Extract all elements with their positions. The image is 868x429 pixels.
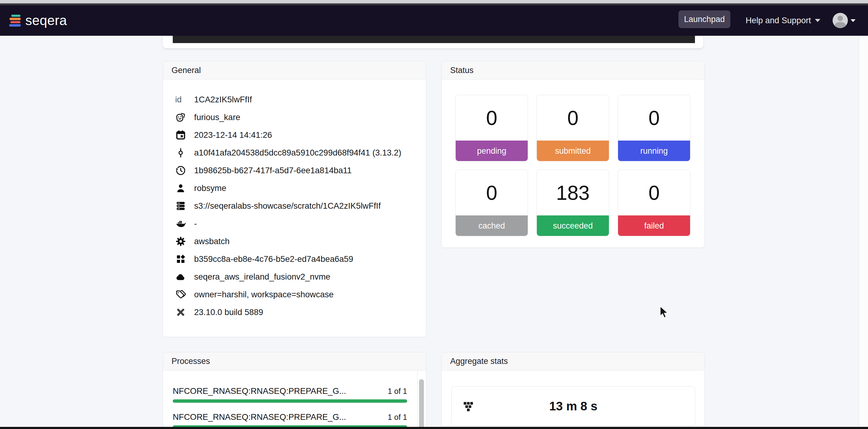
- docker-icon: [175, 218, 186, 229]
- help-and-support-label: Help and Support: [746, 16, 811, 25]
- aggregate-stats-title: Aggregate stats: [450, 356, 508, 366]
- process-progress-track: [173, 399, 407, 403]
- general-row-value: furious_kare: [194, 112, 240, 122]
- aggregate-stats-panel: Aggregate stats 13 m 8 s: [441, 352, 705, 429]
- status-tile-failed[interactable]: 0 failed: [618, 170, 690, 236]
- bottom-edge-bar: [0, 427, 868, 429]
- general-row-value: -: [194, 219, 197, 229]
- status-tile-count: 0: [456, 95, 528, 141]
- blocks-icon: [175, 254, 186, 265]
- status-tile-cached[interactable]: 0 cached: [455, 170, 528, 236]
- server-icon: [175, 200, 186, 211]
- general-row: seqera_aws_ireland_fusionv2_nvme: [175, 268, 420, 286]
- browser-top-strip: [0, 0, 868, 3]
- processes-title: Processes: [172, 356, 210, 366]
- general-row-value: s3://seqeralabs-showcase/scratch/1CA2zIK…: [194, 201, 380, 211]
- logo-text: seqera: [25, 13, 67, 28]
- cloud-icon: [175, 271, 186, 282]
- status-tile-succeeded[interactable]: 183 succeeded: [536, 170, 609, 236]
- mouse-cursor: [659, 306, 670, 321]
- page-scrollbar-track[interactable]: [859, 36, 868, 429]
- seqera-logo[interactable]: seqera: [9, 5, 67, 36]
- chevron-down-icon: [850, 19, 856, 22]
- gear-icon: [175, 236, 186, 247]
- process-task-count: 1 of 1: [388, 386, 407, 396]
- general-row-value: 1CA2zIK5lwFfIf: [194, 95, 252, 105]
- app-header: seqera Launchpad Help and Support: [0, 5, 868, 36]
- status-tile-label: failed: [618, 216, 690, 236]
- tags-icon: [175, 289, 186, 300]
- general-row-value: owner=harshil, workspace=showcase: [194, 290, 334, 299]
- general-row: furious_kare: [175, 109, 420, 126]
- general-row-value: awsbatch: [194, 236, 229, 246]
- processes-panel-header: Processes: [163, 352, 426, 371]
- status-tiles: 0 pending 0 submitted 0 running 0 cached…: [442, 80, 705, 236]
- history-icon: [175, 165, 186, 176]
- status-tile-pending[interactable]: 0 pending: [455, 95, 528, 161]
- wall-time-value: 13 m 8 s: [452, 399, 695, 413]
- general-panel: General id 1CA2zIK5lwFfIf furious_kare 2…: [163, 61, 426, 337]
- general-row-value: 23.10.0 build 5889: [194, 307, 263, 317]
- general-panel-header: General: [163, 61, 426, 80]
- general-row-value: robsyme: [194, 183, 226, 193]
- process-name: NFCORE_RNASEQ:RNASEQ:PREPARE_G...: [173, 386, 346, 396]
- calendar-icon: [175, 130, 186, 141]
- general-title: General: [172, 66, 201, 75]
- process-item[interactable]: NFCORE_RNASEQ:RNASEQ:PREPARE_G... 1 of 1: [173, 412, 407, 429]
- status-panel: Status 0 pending 0 submitted 0 running 0…: [441, 61, 705, 248]
- seqera-logo-icon: [9, 14, 21, 27]
- chevron-down-icon: [815, 19, 820, 22]
- process-item[interactable]: NFCORE_RNASEQ:RNASEQ:PREPARE_G... 1 of 1: [173, 386, 407, 403]
- status-tile-label: cached: [455, 216, 528, 236]
- status-tile-label: submitted: [536, 141, 609, 161]
- status-tile-count: 0: [618, 170, 690, 216]
- commit-icon: [175, 147, 186, 158]
- general-row-value: 2023-12-14 14:41:26: [194, 130, 272, 140]
- aggregate-stats-header: Aggregate stats: [442, 352, 705, 371]
- general-row-value: a10f41afa204538d5dcc89a5910c299d68f94f41…: [194, 148, 401, 158]
- general-row: owner=harshil, workspace=showcase: [175, 286, 420, 304]
- general-row: 1b98625b-b627-417f-a5d7-6ee1a814ba11: [175, 162, 420, 179]
- status-tile-submitted[interactable]: 0 submitted: [536, 95, 609, 161]
- nextflow-icon: [175, 307, 186, 318]
- process-task-count: 1 of 1: [388, 412, 407, 422]
- user-icon: [175, 183, 186, 194]
- general-row-value: seqera_aws_ireland_fusionv2_nvme: [194, 272, 330, 282]
- general-row: 2023-12-14 14:41:26: [175, 126, 420, 144]
- process-list: NFCORE_RNASEQ:RNASEQ:PREPARE_G... 1 of 1…: [163, 371, 426, 429]
- general-row: 23.10.0 build 5889: [175, 304, 420, 321]
- id-label: id: [175, 94, 186, 105]
- user-menu[interactable]: [833, 5, 856, 36]
- status-tile-count: 0: [537, 95, 609, 141]
- general-row-value: b359cc8a-eb8e-4c76-b5e2-ed7a4bea6a59: [194, 254, 353, 264]
- processes-scrollbar-thumb[interactable]: [419, 379, 424, 429]
- avatar: [833, 13, 848, 28]
- general-row: -: [175, 215, 420, 232]
- process-name: NFCORE_RNASEQ:RNASEQ:PREPARE_G...: [173, 412, 346, 422]
- status-tile-label: pending: [455, 141, 528, 161]
- status-tile-running[interactable]: 0 running: [618, 95, 690, 161]
- masks-icon: [175, 112, 186, 123]
- general-row: s3://seqeralabs-showcase/scratch/1CA2zIK…: [175, 197, 420, 215]
- general-row: awsbatch: [175, 232, 420, 250]
- processes-scrollbar-track[interactable]: [417, 371, 426, 429]
- status-tile-count: 183: [537, 170, 609, 216]
- help-and-support-menu[interactable]: Help and Support: [746, 5, 820, 36]
- scrolled-run-banner-card: [163, 36, 703, 48]
- general-row: b359cc8a-eb8e-4c76-b5e2-ed7a4bea6a59: [175, 250, 420, 268]
- general-row-value: 1b98625b-b627-417f-a5d7-6ee1a814ba11: [194, 166, 351, 175]
- process-progress-bar: [173, 399, 407, 403]
- seqera-run-details-page: seqera Launchpad Help and Support Genera…: [0, 0, 868, 429]
- launchpad-button[interactable]: Launchpad: [679, 10, 730, 28]
- status-panel-header: Status: [442, 61, 705, 80]
- processes-panel: Processes NFCORE_RNASEQ:RNASEQ:PREPARE_G…: [163, 352, 426, 429]
- console-panel-bottom: [173, 36, 695, 43]
- status-tile-count: 0: [456, 170, 528, 216]
- general-row: id 1CA2zIK5lwFfIf: [175, 91, 420, 109]
- wall-time-card: 13 m 8 s: [452, 386, 695, 426]
- status-tile-count: 0: [618, 95, 690, 141]
- status-tile-label: running: [618, 141, 690, 161]
- general-rows: id 1CA2zIK5lwFfIf furious_kare 2023-12-1…: [163, 80, 426, 321]
- status-tile-label: succeeded: [536, 216, 609, 236]
- status-title: Status: [450, 66, 474, 75]
